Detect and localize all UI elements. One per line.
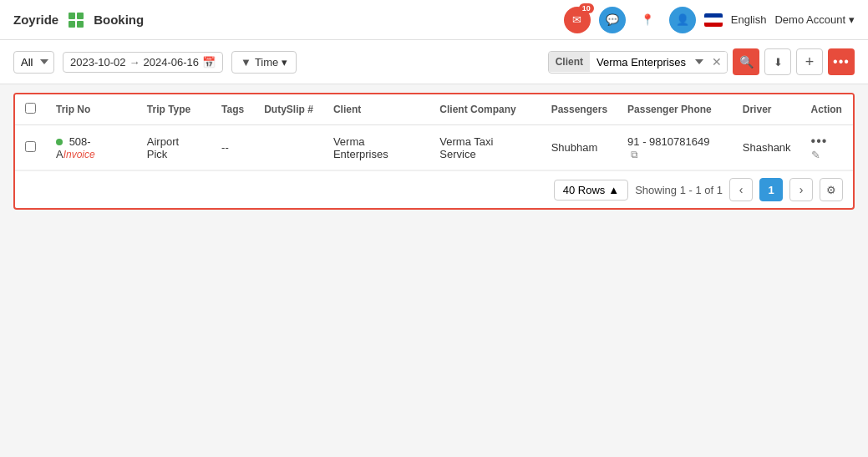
cell-action: ••• ✎ bbox=[801, 125, 853, 170]
grid-icon[interactable] bbox=[69, 13, 84, 28]
mail-icon: ✉ bbox=[572, 13, 581, 26]
cell-passenger-phone: 91 - 9810781649 ⧉ bbox=[617, 125, 733, 170]
cell-client-company: Verma Taxi Service bbox=[429, 125, 541, 170]
showing-text: Showing 1 - 1 of 1 bbox=[635, 184, 723, 196]
table-scroll-area[interactable]: Trip No Trip Type Tags DutySlip # Client… bbox=[15, 94, 853, 170]
time-filter-button[interactable]: ▼ Time ▾ bbox=[231, 51, 297, 74]
col-passenger-phone: Passenger Phone bbox=[617, 94, 733, 125]
col-tags: Tags bbox=[211, 94, 254, 125]
chat-icon-button[interactable]: 💬 bbox=[599, 7, 626, 33]
navbar: Zoyride Booking ✉ 10 💬 📍 👤 English Demo … bbox=[0, 0, 868, 40]
prev-page-button[interactable]: ‹ bbox=[729, 178, 753, 201]
booking-table: Trip No Trip Type Tags DutySlip # Client… bbox=[15, 94, 853, 170]
user-icon-button[interactable]: 👤 bbox=[669, 7, 696, 33]
client-filter: Client Verma Enterprises ✕ bbox=[548, 51, 728, 74]
pagination-bar: 40 Rows ▲ Showing 1 - 1 of 1 ‹ 1 › ⚙ bbox=[15, 170, 853, 208]
table-settings-button[interactable]: ⚙ bbox=[820, 178, 843, 201]
search-area: Client Verma Enterprises ✕ 🔍 ⬇ + ••• bbox=[548, 48, 855, 75]
col-action: Action bbox=[801, 94, 853, 125]
next-page-button[interactable]: › bbox=[789, 178, 813, 201]
edit-icon[interactable]: ✎ bbox=[811, 149, 820, 161]
account-name: Demo Account bbox=[774, 13, 845, 26]
calendar-icon: 📅 bbox=[202, 56, 216, 69]
chevron-down-icon: ▾ bbox=[849, 13, 855, 26]
row-checkbox-cell bbox=[15, 125, 46, 170]
filter-funnel-icon: ▼ bbox=[241, 56, 251, 69]
rows-per-page-button[interactable]: 40 Rows ▲ bbox=[554, 180, 628, 201]
select-all-checkbox[interactable] bbox=[25, 103, 36, 114]
flag-icon bbox=[704, 13, 723, 27]
copy-phone-icon[interactable]: ⧉ bbox=[631, 149, 638, 160]
mail-badge: 10 bbox=[579, 3, 594, 13]
brand-logo: Zoyride bbox=[13, 13, 58, 27]
trip-status-indicator bbox=[56, 139, 63, 145]
map-icon: 📍 bbox=[641, 13, 654, 26]
next-page-icon: › bbox=[799, 183, 804, 196]
cell-trip-type: Airport Pick bbox=[137, 125, 211, 170]
search-icon: 🔍 bbox=[739, 55, 754, 69]
time-chevron-icon: ▾ bbox=[282, 56, 287, 69]
date-range-picker[interactable]: 2023-10-02 → 2024-06-16 📅 bbox=[63, 52, 223, 73]
client-filter-clear-button[interactable]: ✕ bbox=[707, 52, 727, 72]
client-filter-select[interactable]: Verma Enterprises bbox=[590, 52, 707, 73]
add-icon: + bbox=[805, 53, 815, 71]
more-dots-icon: ••• bbox=[833, 54, 850, 69]
table-header-row: Trip No Trip Type Tags DutySlip # Client… bbox=[15, 94, 853, 125]
search-button[interactable]: 🔍 bbox=[733, 48, 759, 75]
col-driver: Driver bbox=[733, 94, 801, 125]
col-client: Client bbox=[323, 94, 429, 125]
col-trip-type: Trip Type bbox=[137, 94, 211, 125]
toolbar: All 2023-10-02 → 2024-06-16 📅 ▼ Time ▾ C… bbox=[0, 40, 868, 84]
col-dutyslip: DutySlip # bbox=[254, 94, 323, 125]
download-icon: ⬇ bbox=[774, 56, 783, 69]
client-filter-label: Client bbox=[549, 52, 590, 72]
prev-page-icon: ‹ bbox=[739, 183, 744, 196]
status-filter-select[interactable]: All bbox=[13, 51, 54, 74]
chat-icon: 💬 bbox=[606, 13, 619, 26]
col-client-company: Client Company bbox=[429, 94, 541, 125]
more-options-button[interactable]: ••• bbox=[828, 48, 855, 75]
cell-client: Verma Enterprises bbox=[323, 125, 429, 170]
time-filter-label: Time bbox=[255, 56, 278, 69]
col-passengers: Passengers bbox=[541, 94, 617, 125]
booking-table-container: Trip No Trip Type Tags DutySlip # Client… bbox=[13, 93, 855, 210]
add-button[interactable]: + bbox=[796, 48, 823, 75]
current-page-number[interactable]: 1 bbox=[759, 178, 783, 201]
date-end: 2024-06-16 bbox=[144, 56, 200, 69]
cell-dutyslip bbox=[254, 125, 323, 170]
user-icon: 👤 bbox=[676, 13, 689, 26]
cell-trip-no: 508-AInvoice bbox=[46, 125, 137, 170]
language-label: English bbox=[731, 13, 767, 26]
date-range-arrow: → bbox=[129, 56, 140, 69]
row-checkbox[interactable] bbox=[25, 141, 36, 152]
account-menu[interactable]: Demo Account ▾ bbox=[774, 13, 855, 26]
table-row: 508-AInvoice Airport Pick -- Verma Enter… bbox=[15, 125, 853, 170]
action-dots-button[interactable]: ••• bbox=[811, 134, 828, 148]
navbar-right: ✉ 10 💬 📍 👤 English Demo Account ▾ bbox=[564, 7, 855, 33]
rows-per-page-label: 40 Rows bbox=[563, 184, 606, 196]
mail-icon-button[interactable]: ✉ 10 bbox=[564, 7, 591, 33]
page-title: Booking bbox=[94, 13, 144, 27]
rows-chevron-icon: ▲ bbox=[608, 184, 619, 196]
settings-icon: ⚙ bbox=[826, 184, 836, 196]
download-button[interactable]: ⬇ bbox=[764, 48, 791, 75]
map-icon-button[interactable]: 📍 bbox=[634, 7, 661, 33]
cell-tags: -- bbox=[211, 125, 254, 170]
navbar-left: Zoyride Booking bbox=[13, 13, 144, 28]
cell-passengers: Shubham bbox=[541, 125, 617, 170]
invoice-tag: Invoice bbox=[63, 149, 95, 160]
cell-driver: Shashank bbox=[733, 125, 801, 170]
col-trip-no: Trip No bbox=[46, 94, 137, 125]
date-start: 2023-10-02 bbox=[70, 56, 126, 69]
header-checkbox-cell bbox=[15, 94, 46, 125]
